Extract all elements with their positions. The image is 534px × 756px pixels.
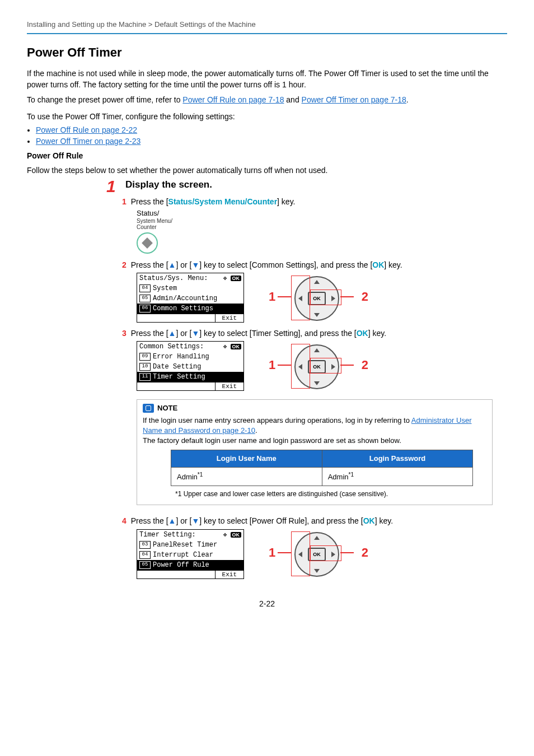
nav-up-icon[interactable]: [314, 348, 320, 352]
down-arrow-icon: ▼: [191, 516, 199, 525]
up-arrow-icon: ▲: [168, 260, 176, 269]
callout-line-2: [340, 365, 354, 366]
lcd-exit-button: Exit: [215, 314, 243, 322]
lcd-exit-button: Exit: [215, 571, 243, 578]
callout-num-2: 2: [362, 290, 368, 304]
step-number-1: 1: [106, 177, 116, 196]
ok-pill-icon: OK: [231, 276, 242, 281]
highlight-box-updown: [291, 276, 310, 320]
nav-wheel-diagram: OK 1 2: [266, 341, 367, 391]
callout-num-1: 1: [269, 290, 275, 304]
breadcrumb: Installing and Setting up the Machine > …: [27, 20, 507, 34]
td-login-password: Admin*1: [322, 467, 473, 486]
nav-diamond-icon: ✥: [223, 531, 227, 538]
callout-line-1: [278, 552, 291, 553]
ok-key-label: OK: [372, 260, 384, 269]
callout-line-1: [278, 296, 291, 297]
login-credentials-table: Login User Name Login Password Admin*1 A…: [171, 450, 473, 487]
down-arrow-icon: ▼: [191, 329, 199, 338]
note-text-2: The factory default login user name and …: [143, 436, 486, 446]
down-arrow-icon: ▼: [191, 260, 199, 269]
callout-line-1: [278, 365, 291, 366]
status-button-diagram: Status/ System Menu/ Counter: [137, 209, 507, 253]
status-label-line3: Counter: [137, 224, 507, 230]
callout-num-2: 2: [362, 545, 368, 560]
substep-1-text: 1 Press the [Status/System Menu/Counter]…: [122, 197, 507, 206]
link-power-off-timer-223[interactable]: Power Off Timer on page 2-23: [36, 137, 140, 146]
nav-down-icon[interactable]: [314, 313, 320, 317]
nav-diamond-icon: ✥: [223, 275, 227, 282]
nav-wheel-diagram: OK 1 2: [266, 529, 367, 579]
note-text-1: If the login user name entry screen appe…: [143, 416, 486, 436]
substep-2-text: 2 Press the [▲] or [▼] key to select [Co…: [122, 260, 507, 269]
lcd-timer-setting: Timer Setting: ✥ OK 03PanelReset Timer 0…: [137, 529, 244, 579]
callout-line-2: [340, 552, 354, 553]
callout-num-1: 1: [269, 545, 275, 560]
ok-key-label: OK: [357, 329, 368, 338]
subheading-desc: Follow the steps below to set whether th…: [27, 165, 507, 176]
callout-num-1: 1: [269, 358, 275, 372]
subheading-power-off-rule: Power Off Rule: [27, 151, 507, 160]
highlight-box-ok: [310, 358, 341, 374]
nav-wheel-diagram: OK 1 2: [266, 273, 367, 323]
page-number: 2-22: [27, 599, 507, 608]
lcd1-title: Status/Sys. Menu:: [139, 274, 208, 282]
intro-paragraph-2: To change the preset power off time, ref…: [27, 94, 507, 105]
lcd-status-sys-menu: Status/Sys. Menu: ✥ OK 04System 05Admin/…: [137, 273, 244, 323]
page-title: Power Off Timer: [27, 45, 507, 60]
settings-bullet-list: Power Off Rule on page 2-22 Power Off Ti…: [27, 125, 507, 146]
key-status-system-menu-counter: Status/System Menu/Counter: [168, 197, 277, 206]
status-label-line1: Status/: [137, 209, 507, 217]
ok-pill-icon: OK: [231, 344, 242, 349]
highlight-box-updown: [291, 531, 310, 576]
th-login-user-name: Login User Name: [171, 450, 322, 467]
nav-diamond-icon: ✥: [223, 343, 227, 350]
note-box: NOTE If the login user name entry screen…: [137, 399, 493, 505]
ok-key-label: OK: [363, 516, 375, 525]
callout-line-2: [340, 296, 354, 297]
lcd2-title: Common Settings:: [139, 343, 204, 351]
nav-down-icon[interactable]: [314, 569, 320, 573]
link-power-off-timer-718[interactable]: Power Off Timer on page 7-18: [302, 95, 406, 104]
highlight-box-updown: [291, 344, 310, 389]
link-power-off-rule-718[interactable]: Power Off Rule on page 7-18: [182, 95, 284, 104]
substep-1-num: 1: [122, 197, 127, 206]
highlight-box-ok: [310, 545, 341, 561]
intro-paragraph-1: If the machine is not used while in slee…: [27, 68, 507, 91]
highlight-box-ok: [310, 290, 341, 305]
up-arrow-icon: ▲: [168, 329, 176, 338]
status-system-button[interactable]: [137, 232, 158, 254]
intro-p2-and: and: [284, 95, 301, 104]
ok-pill-icon: OK: [231, 532, 242, 538]
substep-3-num: 3: [122, 329, 127, 338]
link-power-off-rule-222[interactable]: Power Off Rule on page 2-22: [36, 125, 137, 134]
lcd-exit-button: Exit: [215, 382, 243, 390]
substep-3-text: 3 Press the [▲] or [▼] key to select [Ti…: [122, 329, 507, 338]
step-heading: Display the screen.: [125, 179, 507, 190]
status-label-line2: System Menu/: [137, 218, 507, 224]
td-login-user-name: Admin*1: [171, 467, 322, 486]
callout-num-2: 2: [362, 358, 368, 372]
note-icon: [143, 404, 154, 413]
note-label: NOTE: [157, 403, 177, 413]
nav-up-icon[interactable]: [314, 536, 320, 540]
nav-down-icon[interactable]: [314, 381, 320, 385]
table-footnote: *1 Upper case and lower case letters are…: [175, 489, 486, 499]
lcd-common-settings: Common Settings: ✥ OK 09Error Handling 1…: [137, 341, 244, 391]
substep-4-text: 4 Press the [▲] or [▼] key to select [Po…: [122, 516, 507, 525]
th-login-password: Login Password: [322, 450, 473, 467]
substep-4-num: 4: [122, 516, 127, 525]
intro-p2-pre: To change the preset power off time, ref…: [27, 95, 182, 104]
lcd3-title: Timer Setting:: [139, 531, 196, 539]
nav-up-icon[interactable]: [314, 280, 320, 284]
up-arrow-icon: ▲: [168, 516, 176, 525]
substep-2-num: 2: [122, 260, 127, 269]
intro-paragraph-3: To use the Power Off Timer, configure th…: [27, 111, 507, 122]
